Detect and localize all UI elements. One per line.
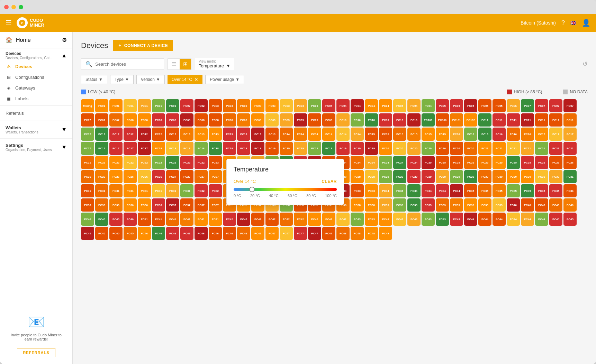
device-cell[interactable]: PC12 xyxy=(109,128,123,141)
device-cell[interactable]: PC22 xyxy=(166,156,179,169)
device-cell[interactable]: PC17 xyxy=(81,142,94,155)
devices-group-header[interactable]: Devices Devices, Configurations, Gat... … xyxy=(0,48,72,61)
device-cell[interactable]: PC46 xyxy=(237,227,250,240)
device-cell[interactable]: PC22 xyxy=(109,156,123,169)
device-cell[interactable]: PC33 xyxy=(365,184,378,197)
device-cell[interactable]: PC37 xyxy=(209,198,222,212)
device-cell[interactable]: PC18 xyxy=(209,142,222,155)
device-cell[interactable]: PC46 xyxy=(180,227,193,240)
device-cell[interactable]: PC42 xyxy=(265,213,279,226)
device-cell[interactable]: PC42 xyxy=(280,213,293,226)
device-cell[interactable]: PC40 xyxy=(549,198,562,212)
device-cell[interactable]: PC10 xyxy=(393,113,406,127)
remove-filter-icon[interactable]: ✕ xyxy=(194,77,198,82)
device-cell[interactable]: PC27 xyxy=(195,170,208,183)
device-cell[interactable]: PC46 xyxy=(152,227,165,240)
device-cell[interactable]: PC17 xyxy=(549,128,562,141)
device-cell[interactable]: PC03 xyxy=(294,99,307,112)
device-cell[interactable]: PC26 xyxy=(152,170,165,183)
device-cell[interactable]: PC18 xyxy=(251,142,264,155)
device-cell[interactable]: PC22 xyxy=(95,156,108,169)
device-cell[interactable]: PC21 xyxy=(563,142,577,155)
device-cell[interactable]: PC04 xyxy=(351,99,364,112)
device-cell[interactable]: PC46 xyxy=(166,227,179,240)
device-cell[interactable]: PC05 xyxy=(478,99,491,112)
device-cell[interactable]: PC07 xyxy=(81,113,94,127)
device-cell[interactable]: PC08 xyxy=(209,113,222,127)
device-cell[interactable]: PC21 xyxy=(535,142,548,155)
device-cell[interactable]: PC42 xyxy=(322,213,335,226)
device-cell[interactable]: PC01 xyxy=(95,99,108,112)
device-cell[interactable]: PC26 xyxy=(549,156,562,169)
device-cell[interactable]: PC01 xyxy=(166,99,179,112)
device-cell[interactable]: PC39 xyxy=(464,198,477,212)
device-cell[interactable]: PC14 xyxy=(294,128,307,141)
logo[interactable]: C CUDOMINER xyxy=(17,17,44,28)
device-cell[interactable]: PC31 xyxy=(563,170,577,183)
device-cell[interactable]: PC32 xyxy=(195,184,208,197)
device-cell[interactable]: PC22 xyxy=(124,156,137,169)
device-cell[interactable]: PC01 xyxy=(109,99,123,112)
device-cell[interactable]: PC42 xyxy=(294,213,307,226)
device-cell[interactable]: PC24 xyxy=(379,156,392,169)
device-cell[interactable]: Mining xyxy=(81,99,94,112)
device-cell[interactable]: PC08 xyxy=(223,113,236,127)
device-cell[interactable]: PC04 xyxy=(407,99,421,112)
device-cell[interactable]: PC43 xyxy=(407,213,421,226)
sidebar-home[interactable]: 🏠 Home ⚙ xyxy=(0,32,72,48)
device-cell[interactable]: PC40 xyxy=(95,213,108,226)
device-cell[interactable]: PC11 xyxy=(563,113,577,127)
device-cell[interactable]: PC30 xyxy=(521,170,534,183)
device-cell[interactable]: PC09 xyxy=(308,113,321,127)
device-cell[interactable]: PC42 xyxy=(223,213,236,226)
device-cell[interactable]: PC15 xyxy=(379,128,392,141)
device-cell[interactable]: PC22 xyxy=(152,156,165,169)
device-cell[interactable]: PC45 xyxy=(95,227,108,240)
device-cell[interactable]: PC28 xyxy=(351,170,364,183)
device-cell[interactable]: PC38 xyxy=(351,198,364,212)
device-cell[interactable]: PC15 xyxy=(407,128,421,141)
device-cell[interactable]: PC21 xyxy=(507,142,520,155)
device-cell[interactable]: PC34 xyxy=(422,184,435,197)
device-cell[interactable]: PC20 xyxy=(393,142,406,155)
device-cell[interactable]: PC47 xyxy=(251,227,264,240)
device-cell[interactable]: PC42 xyxy=(237,213,250,226)
device-cell[interactable]: PC14 xyxy=(351,128,364,141)
device-cell[interactable]: PC41 xyxy=(138,213,151,226)
device-cell[interactable]: PC26 xyxy=(138,170,151,183)
device-cell[interactable]: PC17 xyxy=(563,128,577,141)
device-cell[interactable]: PC47 xyxy=(322,227,335,240)
device-cell[interactable]: PC29 xyxy=(436,170,449,183)
device-cell[interactable]: PC34 xyxy=(436,184,449,197)
device-cell[interactable]: PC03 xyxy=(209,99,222,112)
device-cell[interactable]: PC31 xyxy=(81,184,94,197)
device-cell[interactable]: PC44 xyxy=(478,213,491,226)
device-cell[interactable]: PC44 xyxy=(507,213,520,226)
device-cell[interactable]: PC03 xyxy=(280,99,293,112)
device-cell[interactable]: PC07 xyxy=(549,99,562,112)
device-cell[interactable]: PC21 xyxy=(478,142,491,155)
device-cell[interactable]: PC07 xyxy=(563,99,577,112)
device-cell[interactable]: PC18 xyxy=(223,142,236,155)
device-cell[interactable]: PC08 xyxy=(124,113,137,127)
sidebar-item-configurations[interactable]: ⊞ Configurations xyxy=(0,72,72,83)
device-cell[interactable]: PC10 xyxy=(407,113,421,127)
device-cell[interactable]: PC39 xyxy=(478,198,491,212)
device-cell[interactable]: PC36 xyxy=(138,198,151,212)
device-cell[interactable]: PC41 xyxy=(152,213,165,226)
device-cell[interactable]: PC17 xyxy=(138,142,151,155)
device-cell[interactable]: PC10 xyxy=(365,113,378,127)
device-cell[interactable]: PC22 xyxy=(195,156,208,169)
device-cell[interactable]: PC44 xyxy=(535,213,548,226)
device-cell[interactable]: PC101 xyxy=(450,113,463,127)
help-icon[interactable]: ? xyxy=(561,19,565,27)
device-cell[interactable]: PC04 xyxy=(422,99,435,112)
device-cell[interactable]: PC40 xyxy=(507,198,520,212)
device-cell[interactable]: PC03 xyxy=(237,99,250,112)
device-cell[interactable]: PC26 xyxy=(563,156,577,169)
device-cell[interactable]: PC40 xyxy=(521,198,534,212)
device-cell[interactable]: PC31 xyxy=(166,184,179,197)
device-cell[interactable]: PC18 xyxy=(195,142,208,155)
device-cell[interactable]: PC25 xyxy=(422,156,435,169)
device-cell[interactable]: PC39 xyxy=(393,198,406,212)
